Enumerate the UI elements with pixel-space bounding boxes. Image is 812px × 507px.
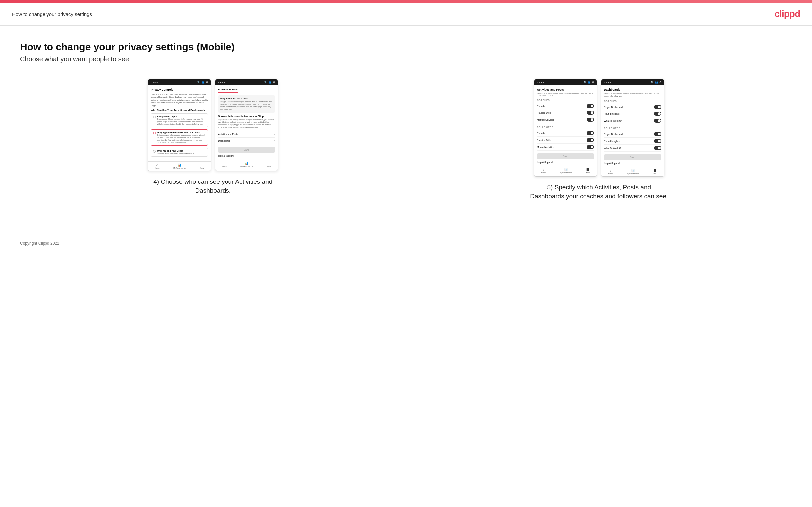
what-to-work-coaches-label: What To Work On xyxy=(604,120,622,122)
topbar-icons-1a: 🔍 👥 ⚙ xyxy=(197,81,208,83)
nav-menu-1a[interactable]: ☰ Menu xyxy=(200,163,204,169)
nav-performance-label-2a: My Performance xyxy=(560,172,572,174)
option2[interactable]: Only Approved Followers and Your Coach O… xyxy=(151,129,208,146)
nav-performance-2b[interactable]: 📊 My Performance xyxy=(627,169,639,174)
activities-desc-2a: Select the types of activity that you'd … xyxy=(537,92,594,96)
screenshot-pair-left: < Back 🔍 👥 ⚙ Privacy Controls Control ho… xyxy=(148,79,278,171)
nav-menu-label-2a: Menu xyxy=(586,172,590,174)
back-button-1a[interactable]: < Back xyxy=(151,81,158,83)
toggle-manual-coaches[interactable]: Manual Activities xyxy=(537,116,594,123)
toggle-practice-followers-switch[interactable] xyxy=(587,138,594,142)
nav-performance-2a[interactable]: 📊 My Performance xyxy=(560,168,572,174)
back-button-2a[interactable]: < Back xyxy=(537,81,544,83)
toggle-manual-followers[interactable]: Manual Activities xyxy=(537,144,594,151)
rounds-coaches-label: Rounds xyxy=(537,105,545,107)
nav-performance-1b[interactable]: 📊 My Performance xyxy=(241,162,253,167)
toggle-practice-coaches[interactable]: Practice Drills xyxy=(537,110,594,116)
toggle-player-coaches-switch[interactable] xyxy=(654,105,661,109)
top-bar xyxy=(0,0,812,3)
menu-row-activities[interactable]: Activities and Posts › xyxy=(218,131,275,138)
menu-activities-label: Activities and Posts xyxy=(218,133,238,135)
back-button-1b[interactable]: < Back xyxy=(218,81,225,83)
nav-menu-2b[interactable]: ☰ Menu xyxy=(653,169,657,174)
caption-right: 5) Specify which Activities, Posts and D… xyxy=(529,183,669,201)
nav-performance-1a[interactable]: 📊 My Performance xyxy=(173,163,186,169)
search-icon-2a: 🔍 xyxy=(583,81,587,83)
help-support-2a: Help & Support xyxy=(537,159,594,163)
toggle-rounds-followers[interactable]: Rounds xyxy=(537,130,594,137)
back-button-2b[interactable]: < Back xyxy=(604,81,611,83)
toggle-what-to-work-followers-switch[interactable] xyxy=(654,146,661,150)
phone-screen-1a: < Back 🔍 👥 ⚙ Privacy Controls Control ho… xyxy=(148,79,211,171)
phone-body-1a: Privacy Controls Control how you and you… xyxy=(148,85,211,161)
toggle-round-insights-coaches-switch[interactable] xyxy=(654,112,661,116)
activities-title-2a: Activities and Posts xyxy=(537,88,594,91)
option3[interactable]: Only You and Your Coach Only you and the… xyxy=(151,148,208,157)
topbar-icons-2a: 🔍 👥 ⚙ xyxy=(583,81,594,83)
phone-topbar-2a: < Back 🔍 👥 ⚙ xyxy=(535,79,597,85)
toggle-player-followers-switch[interactable] xyxy=(654,132,661,136)
menu-icon-1a: ☰ xyxy=(200,163,203,167)
option1-desc: Everyone on Clippd can search for you an… xyxy=(157,118,206,125)
option3-label: Only You and Your Coach xyxy=(157,150,194,152)
privacy-tab: Privacy Controls xyxy=(218,88,238,93)
toggle-round-insights-coaches[interactable]: Round Insights xyxy=(604,111,661,117)
toggle-what-to-work-coaches[interactable]: What To Work On xyxy=(604,117,661,124)
toggle-player-followers[interactable]: Player Dashboard xyxy=(604,131,661,138)
nav-home-1a[interactable]: ⌂ Home xyxy=(155,163,159,169)
section-title-1a: Privacy Controls xyxy=(151,88,208,91)
header: How to change your privacy settings clip… xyxy=(0,3,812,25)
save-button-2b[interactable]: Save xyxy=(604,154,661,160)
player-dash-coaches-label: Player Dashboard xyxy=(604,106,623,108)
nav-performance-label-1a: My Performance xyxy=(173,167,186,169)
settings-icon-1b: ⚙ xyxy=(273,81,275,83)
toggle-round-insights-followers[interactable]: Round Insights xyxy=(604,138,661,145)
nav-home-label-1b: Home xyxy=(222,165,226,167)
rounds-followers-label: Rounds xyxy=(537,132,545,134)
toggle-what-to-work-followers[interactable]: What To Work On xyxy=(604,145,661,152)
nav-home-1b[interactable]: ⌂ Home xyxy=(222,162,226,167)
save-button-2a[interactable]: Save xyxy=(537,153,594,159)
menu-row-dashboards[interactable]: Dashboards › xyxy=(218,138,275,144)
followers-header-2a: FOLLOWERS xyxy=(537,126,594,128)
coaches-header-2b: COACHES xyxy=(604,100,661,102)
toggle-practice-followers[interactable]: Practice Drills xyxy=(537,137,594,144)
menu-icon-2b: ☰ xyxy=(654,169,656,172)
phone-body-1b: Privacy Controls Only You and Your Coach… xyxy=(215,85,277,160)
toggle-rounds-coaches-switch[interactable] xyxy=(587,104,594,108)
nav-home-2b[interactable]: ⌂ Home xyxy=(608,169,613,174)
settings-icon-1a: ⚙ xyxy=(206,81,208,83)
toggle-player-coaches[interactable]: Player Dashboard xyxy=(604,104,661,111)
toggle-rounds-followers-switch[interactable] xyxy=(587,131,594,135)
dashboards-title-2b: Dashboards xyxy=(604,88,661,91)
option1[interactable]: Everyone on Clippd Everyone on Clippd ca… xyxy=(151,113,208,127)
people-icon-2a: 👥 xyxy=(588,81,591,83)
caption-left-text: 4) Choose who can see your Activities an… xyxy=(153,178,272,194)
toggle-manual-followers-switch[interactable] xyxy=(587,145,594,149)
save-button-1b[interactable]: Save xyxy=(218,147,275,153)
nav-home-2a[interactable]: ⌂ Home xyxy=(541,168,546,174)
coaches-header-2a: COACHES xyxy=(537,99,594,101)
nav-menu-1b[interactable]: ☰ Menu xyxy=(267,162,271,167)
player-dash-followers-label: Player Dashboard xyxy=(604,133,623,135)
bottom-nav-1b: ⌂ Home 📊 My Performance ☰ Menu xyxy=(215,160,277,169)
toggle-practice-coaches-switch[interactable] xyxy=(587,111,594,115)
bottom-nav-2b: ⌂ Home 📊 My Performance ☰ Menu xyxy=(601,167,664,176)
nav-menu-2a[interactable]: ☰ Menu xyxy=(586,168,590,174)
caption-left: 4) Choose who can see your Activities an… xyxy=(146,177,279,195)
screenshot-pair-right: < Back 🔍 👥 ⚙ Activities and Posts Select… xyxy=(534,79,664,176)
toggle-what-to-work-coaches-switch[interactable] xyxy=(654,119,661,123)
toggle-rounds-coaches[interactable]: Rounds xyxy=(537,103,594,110)
nav-menu-label-1b: Menu xyxy=(267,165,271,167)
settings-icon-2b: ⚙ xyxy=(659,81,661,83)
toggle-manual-coaches-switch[interactable] xyxy=(587,118,594,122)
people-icon-1a: 👥 xyxy=(202,81,205,83)
toggle-round-insights-followers-switch[interactable] xyxy=(654,139,661,143)
chart-icon-1b: 📊 xyxy=(245,162,248,165)
nav-performance-label-1b: My Performance xyxy=(241,165,253,167)
screenshot-group-right: < Back 🔍 👥 ⚙ Activities and Posts Select… xyxy=(406,79,793,201)
menu-dashboards-label: Dashboards xyxy=(218,140,231,142)
practice-coaches-label: Practice Drills xyxy=(537,112,551,114)
chart-icon-1a: 📊 xyxy=(178,163,181,167)
screenshot-group-left: < Back 🔍 👥 ⚙ Privacy Controls Control ho… xyxy=(20,79,406,195)
